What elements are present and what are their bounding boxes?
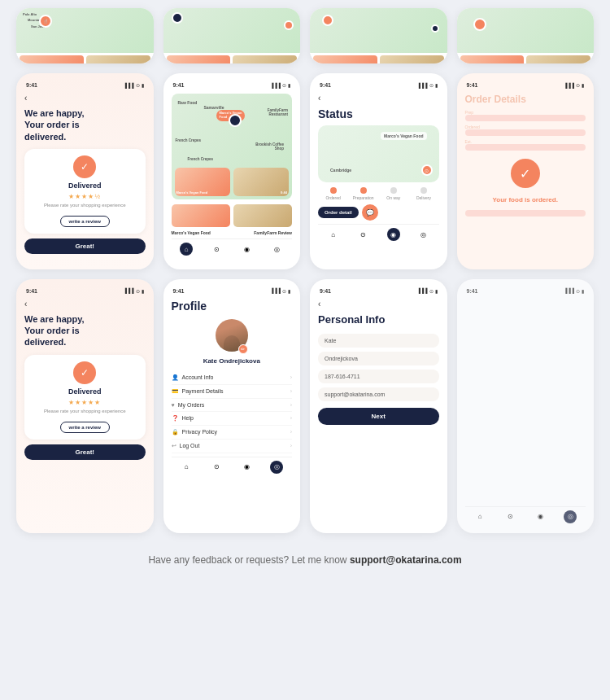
map-label-french-crepes-2: French Crepes: [188, 157, 214, 161]
great-btn-1[interactable]: Great!: [24, 238, 146, 254]
phone-inner-personal: 9:41 ▐▐▐ ⊙ ▮ ‹ Personal Info Kate Ondrej…: [310, 279, 447, 533]
title-line3: delivered.: [24, 132, 66, 142]
map-label-raw-food: Raw Food: [178, 100, 198, 105]
nav-bag-icon-4[interactable]: ◉: [534, 510, 547, 523]
nav-bag-icon[interactable]: ◉: [240, 243, 253, 256]
phone-inner-bottom: 9:41 ▐▐▐ ⊙ ▮ ⌂ ⊙ ◉ ◎: [457, 279, 595, 533]
title2-line2: Your order is: [24, 326, 80, 335]
wifi-icon-6: ⊙: [282, 288, 286, 294]
status-steps: Ordered Preparation On way Delivery: [318, 187, 439, 200]
nav-search-icon-2[interactable]: ⊙: [357, 228, 370, 241]
food-thumb-1: [20, 55, 84, 63]
menu-item-payment[interactable]: 💳 Payment Details ›: [172, 385, 293, 399]
signal-icon-3: ▐▐▐: [417, 83, 428, 88]
step-ordered: Ordered: [318, 187, 348, 200]
field-phone[interactable]: 187-616-4711: [318, 370, 439, 383]
nav-home-icon-4[interactable]: ⌂: [473, 510, 486, 523]
menu-left-privacy: 🔒 Privacy Policy: [172, 429, 218, 435]
status-icons-5: ▐▐▐ ⊙ ▮: [124, 288, 144, 294]
food-name-1: Marco's Vegan Food: [176, 190, 208, 195]
map-location-label: Cambridge: [330, 168, 351, 173]
nav-search-icon[interactable]: ⊙: [210, 243, 223, 256]
menu-item-help[interactable]: ❓ Help ›: [172, 412, 293, 426]
next-btn[interactable]: Next: [318, 408, 439, 425]
nav-profile-icon[interactable]: ◎: [270, 243, 283, 256]
bottom-nav-map[interactable]: ⌂ ⊙ ◉ ◎: [172, 238, 293, 259]
map-marker-3: [284, 20, 294, 30]
order-field-3: Est.: [465, 139, 586, 151]
phone-personal-info: 9:41 ▐▐▐ ⊙ ▮ ‹ Personal Info Kate Ondrej…: [310, 279, 447, 533]
avatar-edit-badge[interactable]: ✏: [238, 344, 248, 354]
status-bar-4: 9:41 ▐▐▐ ⊙ ▮: [465, 80, 586, 90]
bottom-nav-status[interactable]: ⌂ ⊙ ◉ ◎: [318, 224, 439, 244]
back-arrow-1[interactable]: ‹: [24, 94, 146, 103]
menu-arrow-orders: ›: [290, 402, 292, 408]
nav-bag-icon-2[interactable]: ◉: [387, 228, 400, 241]
bottom-nav-profile[interactable]: ⌂ ⊙ ◉ ◎: [172, 457, 293, 477]
nav-profile-icon-2[interactable]: ◎: [417, 228, 430, 241]
nav-profile-icon-4[interactable]: ◎: [564, 510, 577, 523]
delivered-title-2: We are happy, Your order is delivered.: [24, 313, 146, 348]
phone-status: 9:41 ▐▐▐ ⊙ ▮ ‹ Status Marco's Vegan Food…: [310, 73, 447, 269]
wifi-icon-3: ⊙: [429, 82, 434, 88]
menu-item-logout[interactable]: ↩ Log Out ›: [172, 440, 293, 453]
food-thumb-5: [313, 55, 377, 63]
back-arrow-personal[interactable]: ‹: [318, 300, 439, 308]
phone-inner-delivered-1: 9:41 ▐▐▐ ⊙ ▮ ‹ We are happy, Your order …: [16, 73, 154, 269]
back-arrow-2[interactable]: ‹: [24, 300, 146, 308]
map-marker-6: [473, 18, 486, 31]
field-bar-2: [465, 129, 586, 136]
field-email[interactable]: support@okatarina.com: [318, 387, 439, 401]
menu-item-account[interactable]: 👤 Account Info ›: [172, 371, 293, 385]
battery-icon-2: ▮: [288, 82, 290, 88]
field-lastname[interactable]: Ondrejickova: [318, 352, 439, 365]
food-img-1: Marco's Vegan Food: [175, 168, 230, 196]
phone-inner-profile: 9:41 ▐▐▐ ⊙ ▮ Profile: [163, 279, 301, 533]
nav-search-icon-3[interactable]: ⊙: [210, 461, 223, 474]
menu-item-privacy[interactable]: 🔒 Privacy Policy ›: [172, 426, 293, 440]
delivered-card-2: ✓ Delivered ★★★★★ Please rate your shopp…: [24, 355, 146, 440]
status-bar-3: 9:41 ▐▐▐ ⊙ ▮: [318, 80, 439, 90]
status-icons-1: ▐▐▐ ⊙ ▮: [124, 82, 144, 88]
menu-arrow-account: ›: [290, 374, 292, 380]
menu-left-payment: 💳 Payment Details: [172, 388, 224, 395]
write-review-btn-2[interactable]: write a review: [60, 422, 110, 433]
time-7: 9:41: [320, 288, 331, 294]
battery-icon: ▮: [142, 82, 144, 88]
time-6: 9:41: [173, 288, 185, 294]
phone-profile: 9:41 ▐▐▐ ⊙ ▮ Profile: [163, 279, 301, 533]
row-3: 9:41 ▐▐▐ ⊙ ▮ ‹ We are happy, Your order …: [16, 279, 594, 533]
status-icons-6: ▐▐▐ ⊙ ▮: [270, 288, 290, 294]
step-dot-prep: [360, 187, 367, 194]
field-firstname[interactable]: Kate: [318, 334, 439, 348]
nav-home-icon[interactable]: ⌂: [180, 243, 193, 256]
payment-icon: 💳: [172, 388, 179, 395]
step-preparation: Preparation: [348, 187, 378, 200]
write-review-btn-1[interactable]: write a review: [60, 216, 110, 227]
status-bar-6: 9:41 ▐▐▐ ⊙ ▮: [172, 286, 293, 296]
nav-home-icon-2[interactable]: ⌂: [327, 228, 340, 241]
battery-icon-3: ▮: [435, 82, 438, 88]
nav-bag-icon-3[interactable]: ◉: [240, 461, 253, 474]
great-btn-2[interactable]: Great!: [24, 444, 146, 460]
signal-icon-7: ▐▐▐: [417, 288, 428, 293]
step-dot-delivery: [420, 187, 427, 194]
order-detail-btn[interactable]: Order detail: [318, 207, 359, 218]
delivered-status: Delivered: [31, 182, 139, 190]
battery-icon-8: ▮: [582, 288, 584, 294]
back-arrow-status[interactable]: ‹: [318, 94, 439, 103]
status-bar-5: 9:41 ▐▐▐ ⊙ ▮: [24, 286, 146, 296]
feedback-email[interactable]: support@okatarina.com: [350, 554, 462, 566]
firstname-value: Kate: [325, 338, 336, 343]
menu-item-orders[interactable]: ♥ My Orders ›: [172, 399, 293, 412]
nav-search-icon-4[interactable]: ⊙: [503, 510, 516, 523]
phone-map-partial-4: [457, 8, 595, 63]
phone-map-full: 9:41 ▐▐▐ ⊙ ▮ Raw Food Samarville FamilyF…: [163, 73, 301, 269]
chat-icon[interactable]: 💬: [362, 204, 378, 221]
bottom-nav-empty[interactable]: ⌂ ⊙ ◉ ◎: [465, 506, 586, 527]
nav-home-icon-3[interactable]: ⌂: [180, 461, 193, 474]
nav-profile-icon-3[interactable]: ◎: [270, 461, 283, 474]
account-label: Account Info: [182, 374, 214, 380]
time-1: 9:41: [26, 82, 37, 88]
food-thumb-2: [86, 55, 150, 63]
